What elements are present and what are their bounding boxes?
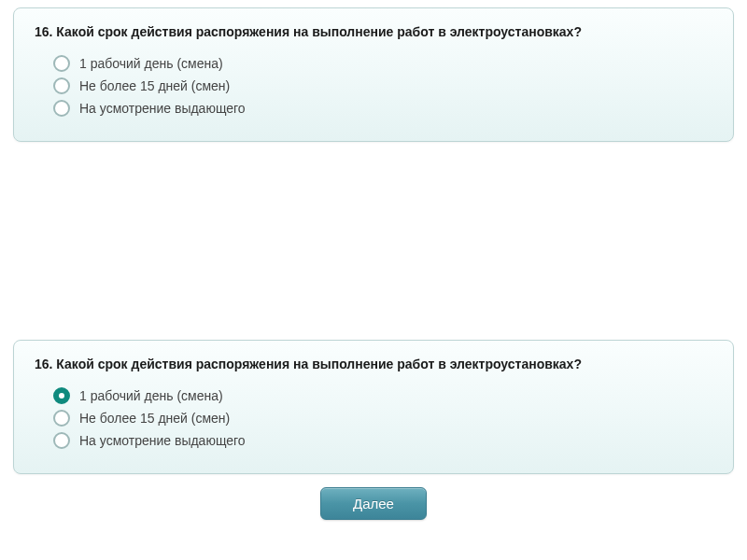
option-label: На усмотрение выдающего [79, 100, 246, 117]
option-label: Не более 15 дней (смен) [79, 410, 230, 427]
radio-icon [53, 77, 70, 94]
option-label: На усмотрение выдающего [79, 432, 246, 449]
option-label: 1 рабочий день (смена) [79, 387, 223, 404]
quiz-card-1: 16. Какой срок действия распоряжения на … [13, 7, 734, 142]
option-label: 1 рабочий день (смена) [79, 55, 223, 72]
quiz-card-2: 16. Какой срок действия распоряжения на … [13, 340, 734, 474]
option-row-2[interactable]: Не более 15 дней (смен) [53, 77, 712, 94]
option-row-3[interactable]: На усмотрение выдающего [53, 432, 712, 449]
option-row-1[interactable]: 1 рабочий день (смена) [53, 55, 712, 72]
radio-icon [53, 410, 70, 427]
next-button[interactable]: Далее [320, 487, 427, 520]
radio-icon [53, 55, 70, 72]
options-list: 1 рабочий день (смена) Не более 15 дней … [53, 55, 712, 118]
option-label: Не более 15 дней (смен) [79, 77, 230, 94]
question-text: 16. Какой срок действия распоряжения на … [35, 356, 712, 374]
options-list: 1 рабочий день (смена) Не более 15 дней … [53, 387, 712, 450]
radio-icon [53, 432, 70, 449]
option-row-1[interactable]: 1 рабочий день (смена) [53, 387, 712, 404]
option-row-3[interactable]: На усмотрение выдающего [53, 100, 712, 117]
radio-icon-selected [53, 387, 70, 404]
radio-icon [53, 100, 70, 117]
question-text: 16. Какой срок действия распоряжения на … [35, 23, 712, 42]
spacer [0, 155, 747, 332]
option-row-2[interactable]: Не более 15 дней (смен) [53, 410, 712, 427]
button-row: Далее [0, 487, 747, 520]
